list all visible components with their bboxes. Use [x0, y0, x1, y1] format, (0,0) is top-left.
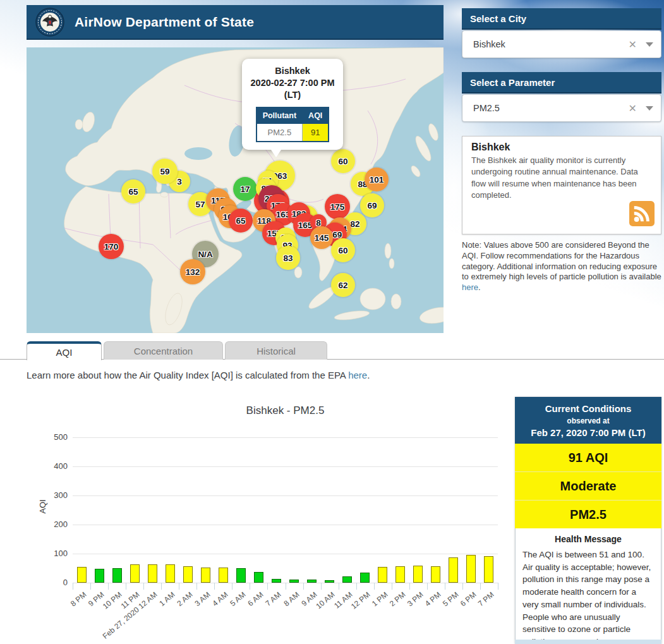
tab-aqi[interactable]: AQI [27, 341, 102, 360]
popup-col-pollutant: Pollutant [257, 107, 303, 124]
health-message-box: Health Message The AQI is between 51 and… [515, 528, 661, 644]
chart-bar[interactable] [219, 568, 228, 583]
map-marker[interactable]: 60 [331, 238, 355, 262]
chart-y-tick-label: 200 [42, 519, 68, 529]
chart-gridline [73, 495, 498, 496]
chart-x-tick [480, 583, 481, 590]
chart-bar[interactable] [307, 580, 317, 583]
map-marker[interactable]: 145 [310, 226, 333, 249]
chart-x-tick [339, 583, 339, 590]
chart-bar[interactable] [77, 567, 87, 583]
chart-bar[interactable] [166, 564, 175, 583]
map-marker-value: 65 [128, 187, 138, 197]
city-select-value: Bishkek [473, 39, 629, 49]
map-marker[interactable]: 60 [331, 149, 355, 173]
map-marker[interactable]: 101 [365, 167, 389, 191]
department-of-state-seal-logo [35, 8, 64, 37]
chart-bar[interactable] [95, 569, 104, 583]
chevron-down-icon[interactable] [646, 42, 653, 47]
map-marker[interactable]: 132 [180, 259, 205, 284]
chart-bar[interactable] [201, 568, 210, 583]
note-suffix: . [478, 283, 481, 292]
map-marker[interactable]: 17 [233, 177, 257, 201]
map-marker-value: 17 [240, 185, 250, 194]
chart-x-tick [286, 583, 286, 590]
chart-bar[interactable] [325, 580, 334, 583]
chart-bar[interactable] [272, 579, 281, 583]
parameter-select-dropdown[interactable]: PM2.5 ✕ [462, 94, 661, 122]
map-marker-value: 59 [160, 167, 169, 176]
chart-bar[interactable] [342, 576, 352, 583]
chart-bar[interactable] [484, 556, 493, 583]
chart-x-tick [374, 583, 375, 590]
note-here-link[interactable]: here [462, 283, 478, 292]
map-marker[interactable]: 83 [276, 246, 300, 270]
aqi-category-line: PM2.5 [515, 500, 661, 528]
chart-x-tick [179, 583, 179, 590]
chart-x-tick [267, 583, 268, 590]
chart-x-tick [321, 583, 322, 590]
city-select-dropdown[interactable]: Bishkek ✕ [462, 30, 661, 58]
map-marker[interactable]: 65 [121, 179, 145, 204]
aqi-category-line: 91 AQI [515, 444, 661, 471]
popup-table: Pollutant AQI PM2.5 91 [256, 107, 330, 142]
chart-bar[interactable] [183, 566, 193, 583]
map-marker[interactable]: 59 [152, 159, 178, 184]
chart-x-tick [232, 583, 232, 590]
map-popup[interactable]: Bishkek 2020-02-27 7:00 PM (LT) Pollutan… [242, 59, 343, 150]
app-title: AirNow Department of State [75, 15, 254, 30]
chart-y-tick-label: 400 [42, 461, 68, 471]
app-header: AirNow Department of State [27, 5, 444, 40]
chart-x-tick [108, 583, 109, 590]
chart-title: Bishkek - PM2.5 [73, 404, 498, 417]
chart-bar[interactable] [449, 557, 458, 583]
chart-bar[interactable] [236, 568, 246, 583]
chart-y-tick-label: 100 [42, 549, 68, 558]
chart-bar[interactable] [431, 566, 440, 583]
map-marker[interactable]: 170 [99, 234, 124, 259]
chart-y-tick-label: 500 [42, 432, 68, 442]
map-marker[interactable]: 69 [360, 193, 384, 217]
map-marker-value: 60 [338, 246, 347, 255]
chart-bar[interactable] [413, 566, 423, 583]
chart-bar[interactable] [130, 564, 140, 583]
chart-x-tick [196, 583, 197, 590]
aqi-category-line: Moderate [515, 471, 661, 500]
chart-x-tick [445, 583, 445, 590]
chart-x-tick [427, 583, 428, 590]
chart-bar[interactable] [466, 555, 476, 583]
world-aqi-map[interactable]: 3596557117901086517170N/A132963718622317… [27, 47, 444, 333]
chart-x-tick [143, 583, 144, 590]
parameter-select-value: PM2.5 [473, 103, 629, 113]
chart-x-tick [250, 583, 250, 590]
tab-historical[interactable]: Historical [225, 341, 327, 360]
chart-bar[interactable] [378, 567, 387, 583]
map-marker-value: 65 [236, 216, 245, 226]
chart-bar[interactable] [254, 572, 263, 583]
chart-x-tick [392, 583, 392, 590]
map-marker-value: 62 [338, 281, 347, 290]
map-marker-value: N/A [198, 250, 212, 259]
chart-bar[interactable] [289, 580, 299, 583]
chevron-down-icon[interactable] [646, 106, 653, 111]
x-clear-icon[interactable]: ✕ [629, 102, 637, 114]
tab-concentration[interactable]: Concentration [104, 341, 223, 360]
select-city-label: Select a City [470, 13, 526, 24]
chart-bar[interactable] [360, 573, 370, 583]
chart-gridline [73, 525, 498, 525]
x-clear-icon[interactable]: ✕ [629, 39, 637, 51]
aqi-category-block: 91 AQIModeratePM2.5 [515, 444, 661, 528]
chart-bar[interactable] [148, 564, 157, 583]
beyond-aqi-note: Note: Values above 500 are considered Be… [462, 240, 663, 293]
rss-feed-icon[interactable] [629, 201, 655, 226]
chart-x-tick [462, 583, 463, 590]
popup-city: Bishkek [246, 65, 339, 77]
chart-bar[interactable] [395, 566, 405, 583]
learn-more-line: Learn more about how the Air Quality Ind… [27, 370, 370, 380]
panel-next-section-edge [515, 640, 661, 644]
map-marker[interactable]: 62 [331, 273, 355, 297]
map-marker-value: 60 [338, 157, 347, 166]
learn-more-here-link[interactable]: here [348, 370, 367, 380]
chart-bar[interactable] [112, 568, 122, 583]
map-marker[interactable]: 65 [229, 209, 253, 233]
